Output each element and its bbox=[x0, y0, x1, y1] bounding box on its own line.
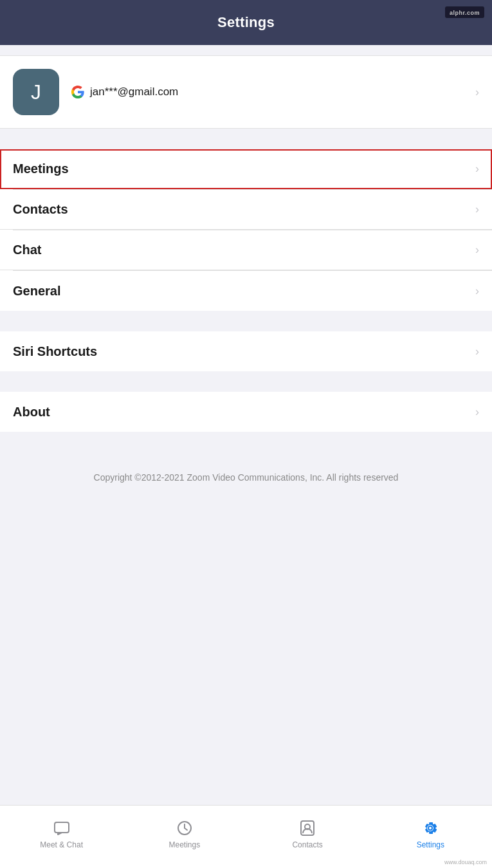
menu-item-about[interactable]: About › bbox=[0, 392, 492, 432]
watermark: www.douaq.com bbox=[444, 859, 487, 865]
about-chevron-icon: › bbox=[469, 405, 479, 419]
svg-rect-0 bbox=[55, 822, 69, 833]
divider-4 bbox=[0, 432, 492, 452]
account-row[interactable]: J jan***@gmail.com › bbox=[0, 55, 492, 129]
nav-item-contacts[interactable]: Contacts bbox=[246, 806, 369, 868]
app-header: Settings alphr.com bbox=[0, 0, 492, 45]
nav-label-contacts: Contacts bbox=[292, 840, 322, 849]
menu-item-contacts-label: Contacts bbox=[13, 202, 469, 217]
nav-item-meetings[interactable]: Meetings bbox=[123, 806, 246, 868]
divider-1 bbox=[0, 129, 492, 149]
contacts-nav-icon bbox=[298, 819, 316, 837]
alphr-badge-suffix: .com bbox=[465, 10, 480, 16]
settings-nav-icon bbox=[421, 819, 439, 837]
menu-group-3: About › bbox=[0, 392, 492, 432]
menu-group-2: Siri Shortcuts › bbox=[0, 331, 492, 371]
chat-chevron-icon: › bbox=[469, 243, 479, 257]
menu-item-contacts[interactable]: Contacts › bbox=[0, 190, 492, 230]
copyright-section: Copyright ©2012-2021 Zoom Video Communic… bbox=[0, 452, 492, 503]
avatar-letter: J bbox=[31, 80, 41, 104]
google-icon bbox=[71, 85, 85, 99]
menu-item-meetings[interactable]: Meetings › bbox=[0, 149, 492, 189]
meetings-chevron-icon: › bbox=[469, 162, 479, 176]
nav-label-meet-chat: Meet & Chat bbox=[40, 840, 83, 849]
top-spacer bbox=[0, 45, 492, 55]
bottom-navigation: Meet & Chat Meetings Contacts Se bbox=[0, 805, 492, 868]
menu-item-general[interactable]: General › bbox=[0, 271, 492, 311]
meet-chat-icon bbox=[53, 819, 71, 837]
menu-item-chat-label: Chat bbox=[13, 243, 469, 257]
general-chevron-icon: › bbox=[469, 284, 479, 298]
alphr-badge: alphr.com bbox=[445, 6, 484, 18]
main-content: J jan***@gmail.com › Meetings › Contacts… bbox=[0, 45, 492, 805]
account-chevron-icon: › bbox=[469, 86, 479, 99]
nav-label-meetings: Meetings bbox=[169, 840, 201, 849]
nav-label-settings: Settings bbox=[417, 840, 444, 849]
copyright-text: Copyright ©2012-2021 Zoom Video Communic… bbox=[19, 470, 473, 485]
menu-group-1: Meetings › Contacts › Chat › General › bbox=[0, 149, 492, 311]
page-title: Settings bbox=[217, 14, 275, 31]
account-info: jan***@gmail.com bbox=[71, 85, 469, 99]
menu-item-general-label: General bbox=[13, 284, 469, 299]
avatar: J bbox=[13, 69, 59, 115]
contacts-chevron-icon: › bbox=[469, 203, 479, 216]
nav-item-meet-chat[interactable]: Meet & Chat bbox=[0, 806, 123, 868]
account-email: jan***@gmail.com bbox=[90, 86, 178, 98]
divider-2 bbox=[0, 311, 492, 331]
meetings-nav-icon bbox=[176, 819, 194, 837]
menu-item-siri-shortcuts-label: Siri Shortcuts bbox=[13, 344, 469, 359]
divider-3 bbox=[0, 371, 492, 392]
siri-chevron-icon: › bbox=[469, 345, 479, 358]
menu-item-about-label: About bbox=[13, 405, 469, 420]
menu-item-siri-shortcuts[interactable]: Siri Shortcuts › bbox=[0, 331, 492, 371]
menu-item-meetings-label: Meetings bbox=[13, 162, 469, 176]
alphr-badge-text: alphr bbox=[450, 10, 465, 16]
menu-item-chat[interactable]: Chat › bbox=[0, 230, 492, 270]
